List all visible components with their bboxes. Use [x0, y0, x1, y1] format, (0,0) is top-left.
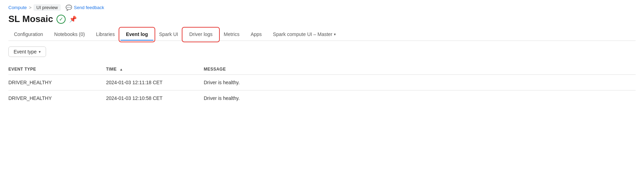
tab-event-log[interactable]: Event log	[120, 29, 153, 41]
filter-label: Event type	[14, 49, 37, 55]
filter-row: Event type ▾	[8, 46, 636, 57]
cell-event-type: DRIVER_HEALTHY	[8, 90, 106, 106]
cell-event-type: DRIVER_HEALTHY	[8, 75, 106, 90]
table-body: DRIVER_HEALTHY2024-01-03 12:11:18 CETDri…	[8, 75, 636, 106]
feedback-link[interactable]: 💬 Send feedback	[66, 5, 104, 11]
pin-icon[interactable]: 📌	[69, 15, 77, 23]
breadcrumb-compute-link[interactable]: Compute	[8, 5, 27, 10]
status-healthy-icon: ✓	[57, 15, 66, 24]
tab-libraries[interactable]: Libraries	[90, 29, 120, 41]
tabs-bar: Configuration Notebooks (0) Libraries Ev…	[8, 29, 636, 41]
table-header-row: EVENT TYPE TIME ▲ MESSAGE	[8, 64, 636, 75]
cell-message: Driver is healthy.	[204, 75, 636, 90]
cell-time: 2024-01-03 12:10:58 CET	[106, 90, 204, 106]
feedback-label: Send feedback	[74, 5, 104, 10]
tab-driver-logs[interactable]: Driver logs	[184, 29, 218, 41]
breadcrumb: Compute > UI preview 💬 Send feedback	[8, 4, 636, 11]
breadcrumb-separator: >	[29, 5, 32, 10]
title-row: SL Mosaic ✓ 📌	[8, 14, 636, 24]
tab-spark-compute-ui[interactable]: Spark compute UI – Master ▾	[267, 29, 341, 41]
tab-configuration[interactable]: Configuration	[8, 29, 48, 41]
event-type-filter-button[interactable]: Event type ▾	[8, 46, 46, 57]
table-row: DRIVER_HEALTHY2024-01-03 12:11:18 CETDri…	[8, 75, 636, 90]
feedback-icon: 💬	[66, 5, 72, 11]
tab-spark-ui[interactable]: Spark UI	[153, 29, 184, 41]
cell-time: 2024-01-03 12:11:18 CET	[106, 75, 204, 90]
tab-metrics[interactable]: Metrics	[218, 29, 245, 41]
tab-notebooks[interactable]: Notebooks (0)	[48, 29, 90, 41]
event-log-table: EVENT TYPE TIME ▲ MESSAGE DRIVER_HEALTHY…	[8, 64, 636, 106]
page-wrapper: Compute > UI preview 💬 Send feedback SL …	[0, 0, 644, 110]
tab-apps[interactable]: Apps	[245, 29, 267, 41]
filter-chevron-icon: ▾	[39, 50, 41, 54]
cell-message: Driver is healthy.	[204, 90, 636, 106]
breadcrumb-current: UI preview	[33, 4, 60, 11]
col-header-message: MESSAGE	[204, 64, 636, 75]
col-header-time[interactable]: TIME ▲	[106, 64, 204, 75]
chevron-down-icon: ▾	[334, 32, 336, 37]
col-header-event-type: EVENT TYPE	[8, 64, 106, 75]
page-title: SL Mosaic	[8, 14, 53, 24]
sort-asc-icon: ▲	[119, 67, 123, 71]
table-row: DRIVER_HEALTHY2024-01-03 12:10:58 CETDri…	[8, 90, 636, 106]
